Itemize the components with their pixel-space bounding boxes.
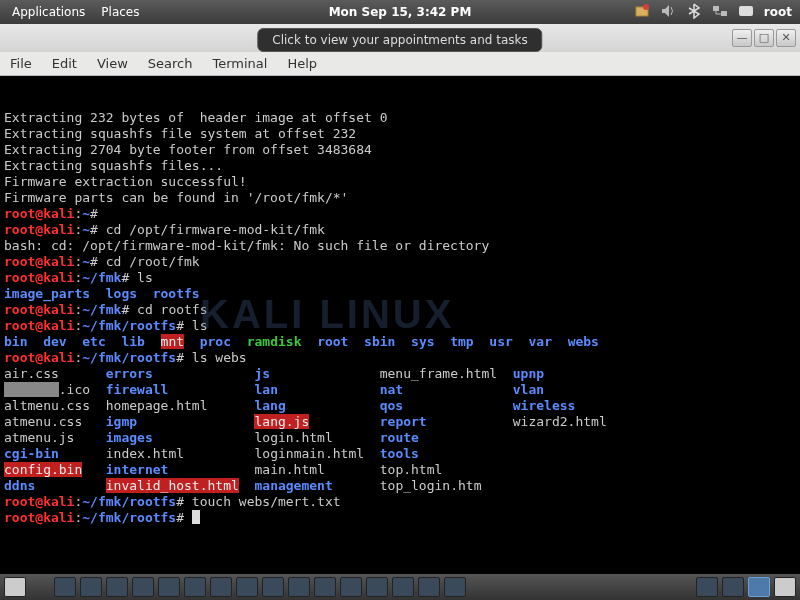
cursor [192, 510, 200, 524]
menu-terminal[interactable]: Terminal [202, 56, 277, 71]
clock[interactable]: Mon Sep 15, 3:42 PM [329, 5, 472, 19]
show-desktop-icon[interactable] [4, 577, 26, 597]
menu-view[interactable]: View [87, 56, 138, 71]
taskbar-folder-icon[interactable] [80, 577, 102, 597]
user-label[interactable]: root [764, 5, 792, 19]
taskbar-folder-icon[interactable] [418, 577, 440, 597]
gnome-top-panel: Applications Places >_ Mon Sep 15, 3:42 … [0, 0, 800, 24]
gnome-bottom-panel [0, 574, 800, 600]
output-line: Extracting 232 bytes of header image at … [4, 110, 388, 125]
launcher-globe-icon[interactable] [147, 5, 163, 19]
volume-icon[interactable] [660, 3, 676, 22]
taskbar-folder-icon[interactable] [340, 577, 362, 597]
network-icon[interactable] [712, 3, 728, 22]
places-menu[interactable]: Places [93, 5, 147, 19]
output-line: Firmware parts can be found in '/root/fm… [4, 190, 348, 205]
svg-rect-6 [713, 6, 719, 11]
close-button[interactable]: ✕ [776, 29, 796, 47]
taskbar-folder-icon[interactable] [236, 577, 258, 597]
launcher-terminal-icon[interactable]: >_ [163, 5, 179, 19]
update-notifier-icon[interactable] [634, 3, 650, 22]
menu-help[interactable]: Help [277, 56, 327, 71]
user-menu-icon[interactable] [738, 3, 754, 22]
output-line: Extracting squashfs file system at offse… [4, 126, 356, 141]
taskbar-folder-icon[interactable] [106, 577, 128, 597]
notification-bubble[interactable]: Click to view your appointments and task… [257, 28, 542, 52]
output-line: Extracting squashfs files... [4, 158, 223, 173]
applications-menu[interactable]: Applications [4, 5, 93, 19]
svg-rect-8 [739, 6, 753, 16]
taskbar-folder-icon[interactable] [54, 577, 76, 597]
taskbar-folder-icon[interactable] [184, 577, 206, 597]
maximize-button[interactable]: □ [754, 29, 774, 47]
window-switcher-item[interactable] [696, 577, 718, 597]
menu-search[interactable]: Search [138, 56, 203, 71]
menu-edit[interactable]: Edit [42, 56, 87, 71]
terminal-menubar: File Edit View Search Terminal Help [0, 52, 800, 76]
taskbar-folder-icon[interactable] [132, 577, 154, 597]
svg-point-4 [643, 4, 649, 10]
taskbar-folder-icon[interactable] [392, 577, 414, 597]
taskbar-folder-icon[interactable] [288, 577, 310, 597]
menu-file[interactable]: File [0, 56, 42, 71]
output-line: Extracting 2704 byte footer from offset … [4, 142, 372, 157]
output-line: bash: cd: /opt/firmware-mod-kit/fmk: No … [4, 238, 489, 253]
bluetooth-icon[interactable] [686, 3, 702, 22]
kali-watermark: KALI LINUX [200, 306, 454, 322]
svg-rect-7 [721, 11, 727, 16]
window-titlebar: Click to view your appointments and task… [0, 24, 800, 52]
window-switcher-item-active[interactable] [748, 577, 770, 597]
taskbar-folder-icon[interactable] [314, 577, 336, 597]
taskbar-folder-icon[interactable] [210, 577, 232, 597]
taskbar-folder-icon[interactable] [444, 577, 466, 597]
output-line: Firmware extraction successful! [4, 174, 247, 189]
taskbar-folder-icon[interactable] [366, 577, 388, 597]
taskbar-folder-icon[interactable] [158, 577, 180, 597]
trash-icon[interactable] [774, 577, 796, 597]
minimize-button[interactable]: — [732, 29, 752, 47]
svg-marker-5 [662, 5, 669, 17]
taskbar-folder-icon[interactable] [262, 577, 284, 597]
window-switcher-item[interactable] [722, 577, 744, 597]
terminal-body[interactable]: KALI LINUX Extracting 232 bytes of heade… [0, 76, 800, 574]
